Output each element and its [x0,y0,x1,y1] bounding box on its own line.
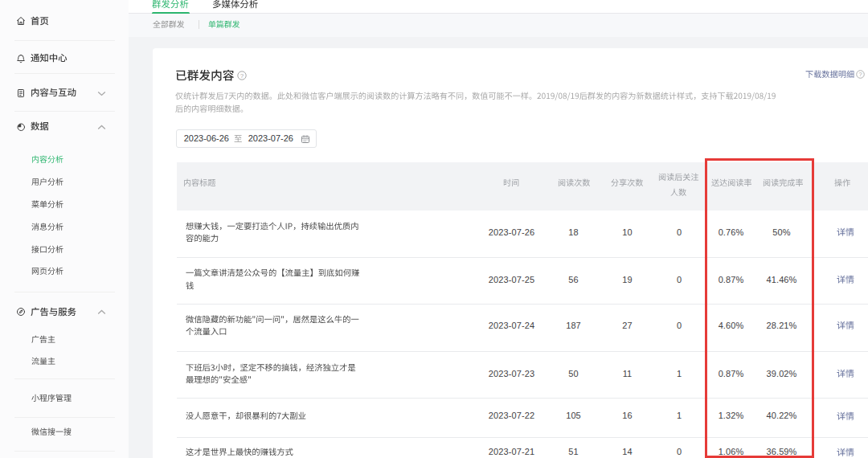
svg-text:?: ? [859,71,862,78]
svg-text:?: ? [240,72,244,80]
